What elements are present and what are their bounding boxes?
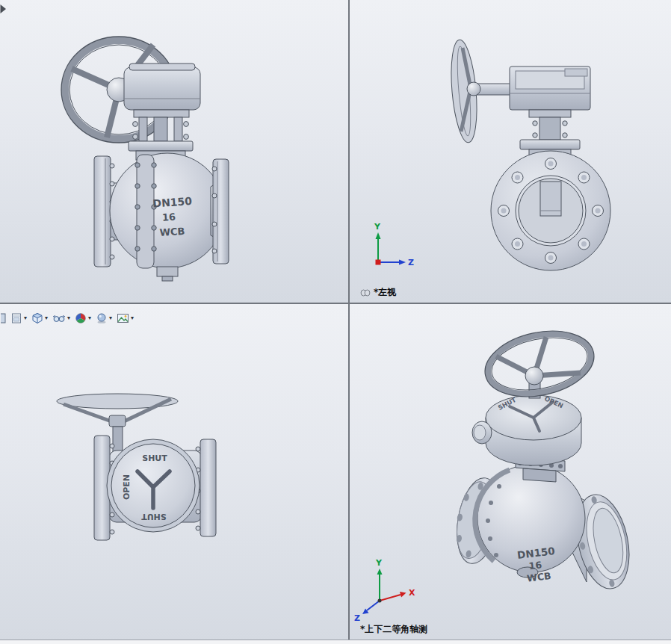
ball-valve-isometric-view[interactable]: DN150 16 WCB (350, 304, 671, 640)
svg-text:16: 16 (528, 559, 542, 572)
ball-valve-left-view[interactable]: Y Z (350, 0, 671, 303)
viewport-left-view[interactable]: Y Z *左视 (350, 0, 671, 303)
wheel-shaft[interactable] (467, 82, 510, 96)
handwheel-iso[interactable] (479, 322, 600, 406)
axis-x-label: X (409, 588, 415, 598)
viewport-label-isometric: *上下二等角轴测 (360, 623, 427, 636)
axis-y-label: Y (375, 558, 383, 568)
viewport-divider-vertical[interactable] (348, 0, 350, 640)
svg-text:SHUT: SHUT (141, 512, 167, 521)
reference-triad-iso: Y X Z (354, 558, 415, 623)
svg-text:16: 16 (161, 211, 176, 223)
view-indicator-icon (360, 289, 371, 297)
viewport-label-text: *左视 (374, 286, 396, 299)
ball-valve-top-view[interactable]: SHUT OPEN SHUT (0, 304, 348, 640)
viewport-label-left-view: *左视 (360, 286, 396, 299)
svg-text:OPEN: OPEN (122, 474, 132, 500)
cad-multi-viewport-window: DN150 16 WCB (0, 0, 671, 644)
viewport-isometric-view[interactable]: DN150 16 WCB (350, 304, 671, 640)
ball-valve-front-view[interactable]: DN150 16 WCB (0, 0, 348, 303)
axis-z-label: Z (408, 258, 414, 267)
viewport-label-text: *上下二等角轴测 (360, 623, 427, 636)
gearbox-iso[interactable] (472, 395, 581, 465)
viewport-divider-horizontal[interactable] (0, 303, 671, 304)
gearbox[interactable] (124, 64, 200, 117)
flange-face[interactable] (491, 151, 610, 270)
window-bottom-edge (0, 640, 671, 644)
svg-text:WCB: WCB (526, 570, 551, 584)
axis-y-label: Y (374, 222, 381, 232)
svg-text:WCB: WCB (159, 226, 185, 238)
viewport-front-view[interactable]: DN150 16 WCB (0, 0, 348, 303)
viewport-top-view[interactable]: ▾ ▾ ▾ (0, 304, 348, 640)
gearbox-side[interactable] (510, 66, 590, 117)
reference-triad: Y Z (374, 222, 414, 267)
right-end-flange[interactable] (211, 159, 229, 264)
svg-text:SHUT: SHUT (142, 453, 167, 463)
axis-z-label: Z (354, 613, 360, 623)
